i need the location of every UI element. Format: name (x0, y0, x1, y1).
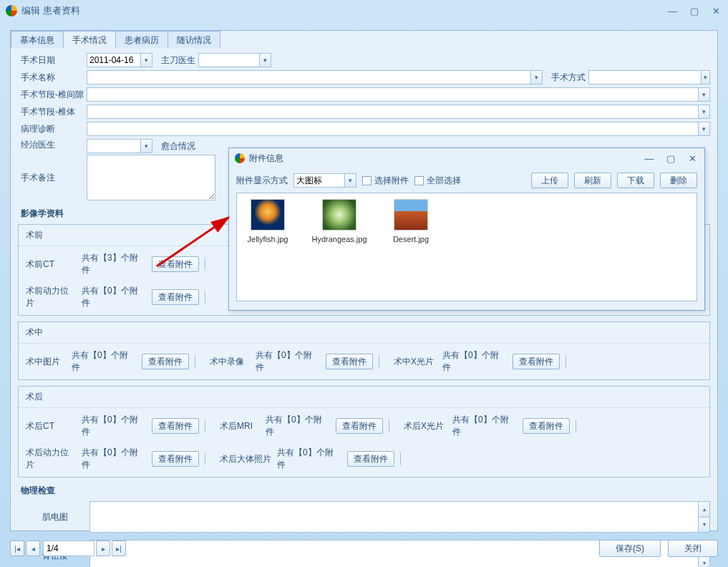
popup-title: 附件信息 (249, 152, 643, 165)
footer: |◂ ◂ ▸ ▸| 保存(S) 关闭 (10, 537, 718, 560)
post-ct-count: 共有【0】个附件 (82, 414, 146, 438)
thumbnail-icon (251, 199, 285, 231)
popup-app-icon (235, 153, 245, 163)
pre-dyn-label: 术前动力位片 (26, 285, 76, 309)
file-name: Jellyfish.jpg (248, 235, 288, 243)
file-list: Jellyfish.jpg Hydrangeas.jpg Desert.jpg (236, 193, 697, 301)
separator (379, 355, 379, 368)
surgery-method-dropdown[interactable]: ▾ (702, 70, 710, 84)
intra-vid-view-button[interactable]: 查看附件 (326, 354, 373, 369)
segment-disc-dropdown[interactable]: ▾ (699, 87, 710, 102)
post-ct-view-button[interactable]: 查看附件 (152, 418, 199, 434)
close-button[interactable]: ✕ (709, 4, 722, 17)
surgeon-input[interactable] (198, 53, 260, 67)
intra-xray-view-button[interactable]: 查看附件 (513, 354, 560, 369)
select-attachment-label: 选择附件 (374, 175, 409, 187)
post-xray-view-button[interactable]: 查看附件 (523, 418, 570, 434)
segment-body-input[interactable] (87, 105, 699, 119)
post-mri-view-button[interactable]: 查看附件 (336, 418, 383, 434)
attending-input[interactable] (87, 139, 141, 153)
remark-label: 手术备注 (18, 155, 84, 184)
intra-xray-count: 共有【0】个附件 (442, 349, 507, 374)
surgery-date-input[interactable] (87, 53, 141, 67)
tab-followup[interactable]: 随访情况 (168, 31, 220, 48)
tab-surgery[interactable]: 手术情况 (63, 31, 116, 48)
separator (566, 355, 566, 368)
file-item-jellyfish[interactable]: Jellyfish.jpg (243, 199, 293, 243)
tab-basic-info[interactable]: 基本信息 (11, 31, 64, 48)
window-titlebar: 编辑 患者资料 — ▢ ✕ (0, 0, 728, 21)
separator (195, 355, 195, 368)
surgery-date-label: 手术日期 (18, 54, 84, 67)
emg-textarea[interactable]: ▴ ▾ (89, 501, 710, 533)
surgery-method-input[interactable] (588, 70, 702, 84)
remark-textarea[interactable] (87, 155, 215, 200)
close-footer-button[interactable]: 关闭 (668, 540, 718, 557)
separator (576, 420, 576, 432)
surgery-name-label: 手术名称 (18, 72, 84, 84)
segment-disc-input[interactable] (87, 87, 699, 102)
window-title: 编辑 患者资料 (21, 4, 666, 17)
file-item-hydrangeas[interactable]: Hydrangeas.jpg (314, 199, 364, 243)
segment-body-dropdown[interactable]: ▾ (699, 105, 710, 119)
minimize-button[interactable]: — (666, 4, 679, 17)
surgery-name-input[interactable] (87, 70, 531, 84)
popup-close-button[interactable]: ✕ (686, 152, 699, 165)
page-input[interactable] (43, 541, 94, 556)
maximize-button[interactable]: ▢ (688, 4, 701, 17)
post-gross-count: 共有【0】个附件 (277, 447, 341, 471)
intra-op-title: 术中 (19, 322, 709, 344)
select-attachment-checkbox[interactable]: 选择附件 (362, 175, 409, 187)
physical-title: 物理检查 (21, 485, 710, 497)
tab-history[interactable]: 患者病历 (115, 31, 168, 48)
display-mode-dropdown[interactable]: ▾ (345, 173, 356, 188)
post-gross-view-button[interactable]: 查看附件 (347, 451, 394, 467)
delete-button[interactable]: 删除 (660, 173, 697, 188)
select-all-checkbox[interactable]: 全部选择 (414, 175, 461, 187)
surgery-date-dropdown[interactable]: ▾ (141, 53, 152, 67)
post-mri-label: 术后MRI (220, 420, 260, 432)
checkbox-icon (414, 176, 424, 185)
last-page-button[interactable]: ▸| (112, 541, 126, 556)
post-dyn-view-button[interactable]: 查看附件 (152, 451, 199, 467)
surgeon-label: 主刀医生 (155, 54, 195, 67)
post-xray-label: 术后X光片 (404, 420, 447, 432)
emg-label: 肌电图 (18, 501, 89, 523)
pathology-dropdown[interactable]: ▾ (699, 122, 710, 136)
emg-down-button[interactable]: ▾ (698, 518, 709, 533)
pathology-label: 病理诊断 (18, 123, 84, 135)
download-button[interactable]: 下载 (617, 173, 654, 188)
intra-xray-label: 术中X光片 (394, 356, 437, 368)
intra-op-group: 术中 术中图片 共有【0】个附件 查看附件 术中录像 共有【0】个附件 查看附件… (18, 321, 710, 380)
app-icon (6, 5, 17, 16)
surgeon-dropdown[interactable]: ▾ (260, 53, 271, 67)
pre-ct-label: 术前CT (26, 258, 76, 271)
select-all-label: 全部选择 (427, 175, 461, 187)
pre-ct-view-button[interactable]: 查看附件 (152, 256, 199, 272)
intra-pic-view-button[interactable]: 查看附件 (142, 354, 189, 369)
emg-up-button[interactable]: ▴ (698, 502, 709, 518)
separator (205, 291, 205, 304)
prev-page-button[interactable]: ◂ (26, 541, 40, 556)
attending-label: 经治医生 (18, 139, 84, 151)
post-op-title: 术后 (19, 387, 709, 408)
popup-toolbar: 附件显示方式 ▾ 选择附件 全部选择 上传 刷新 下载 删除 (229, 168, 704, 193)
upload-button[interactable]: 上传 (531, 173, 568, 188)
intra-vid-label: 术中录像 (210, 356, 250, 368)
display-mode-input[interactable] (293, 173, 345, 188)
pathology-input[interactable] (87, 122, 699, 136)
file-item-desert[interactable]: Desert.jpg (386, 199, 436, 243)
save-button[interactable]: 保存(S) (599, 540, 661, 557)
post-dyn-label: 术后动力位片 (26, 447, 76, 471)
pre-dyn-view-button[interactable]: 查看附件 (152, 289, 199, 305)
refresh-button[interactable]: 刷新 (574, 173, 611, 188)
popup-maximize-button[interactable]: ▢ (664, 152, 677, 165)
popup-minimize-button[interactable]: — (643, 152, 656, 165)
surgery-method-label: 手术方式 (545, 72, 586, 84)
separator (205, 452, 205, 465)
post-op-group: 术后 术后CT 共有【0】个附件 查看附件 术后MRI 共有【0】个附件 查看附… (18, 386, 710, 478)
next-page-button[interactable]: ▸ (96, 541, 110, 556)
first-page-button[interactable]: |◂ (10, 541, 24, 556)
attending-dropdown[interactable]: ▾ (141, 139, 152, 153)
surgery-name-dropdown[interactable]: ▾ (531, 70, 543, 84)
